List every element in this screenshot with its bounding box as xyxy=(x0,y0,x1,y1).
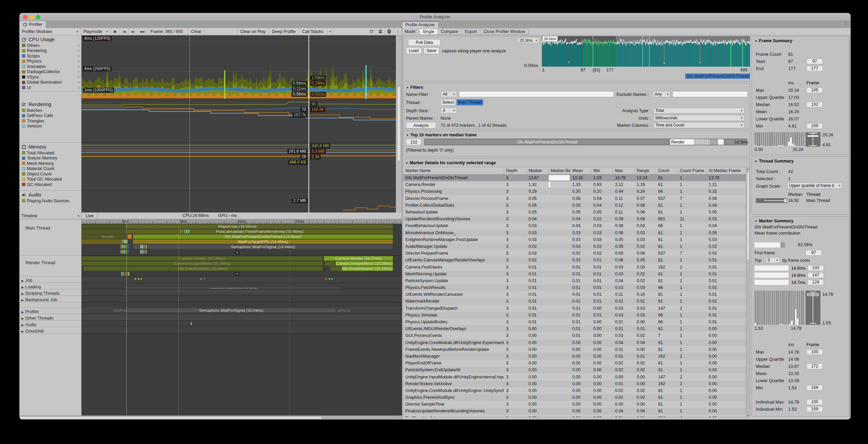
goto-frame-button[interactable]: 132 xyxy=(807,102,823,107)
legend-item[interactable]: Playing Audio Sources xyxy=(19,198,81,204)
legend-item[interactable]: Animation= xyxy=(19,64,81,69)
thread-background-job[interactable]: ▶Background Job xyxy=(21,297,57,302)
table-row[interactable]: UpdateRendererBoundingVolumes 3 0.04 0.0… xyxy=(403,216,746,222)
drag-handle-icon[interactable]: = xyxy=(78,44,80,48)
flame-camera-render[interactable]: Camera.Render (16.27ms) xyxy=(324,256,393,261)
pull-data-button[interactable]: Pull Data xyxy=(408,39,441,46)
scrollbar-thumb[interactable] xyxy=(747,172,749,260)
frame-histogram[interactable] xyxy=(755,132,805,146)
legend-item[interactable]: Batches xyxy=(19,108,81,113)
goto-frame-button[interactable]: 159 xyxy=(807,406,823,412)
legend-item[interactable]: Total Allocated xyxy=(19,150,81,156)
range-max-dropdown[interactable]: 20.3ms▾ xyxy=(517,37,539,43)
scrollbar-thumb[interactable] xyxy=(397,86,401,161)
table-row[interactable]: Camera.FindStacks 3 0.01 0.01 0.01 0.03 … xyxy=(403,263,746,270)
analyze-button[interactable]: Analyze xyxy=(406,122,436,129)
table-row[interactable]: UnityEngine.InputModule.dll!UnityEngineI… xyxy=(403,373,746,380)
flame-gfx-waitforpresent[interactable]: Gfx.WaitForPresentOnGfxThread (14.46ms) xyxy=(133,234,393,239)
tab-profiler[interactable]: Profiler xyxy=(19,21,46,28)
top10-header[interactable]: ▼Top 10 markers on median frame xyxy=(406,133,477,137)
legend-item[interactable]: Object Count xyxy=(19,171,81,177)
legend-item[interactable]: Global Illumination= xyxy=(19,80,81,85)
marker-histogram[interactable] xyxy=(755,291,805,325)
table-row[interactable]: ParticleSystem.EndUpdateAll 3 0.00 0.00 … xyxy=(403,366,746,373)
scripting-group-row[interactable] xyxy=(82,289,402,295)
table-row[interactable]: GUI.ProcessEvents 3 0.00 0.01 0.00 0.03 … xyxy=(403,332,746,339)
analysis-type-dropdown[interactable]: Total▾ xyxy=(653,107,744,114)
audio-chart[interactable] xyxy=(82,191,396,212)
table-row[interactable]: TransformChangedDispatch 3 0.01 0.01 0.0… xyxy=(403,305,746,312)
goto-frame-button[interactable]: 100 xyxy=(807,399,823,405)
strip-selected-marker[interactable]: Gfx.WaitForPresentOnGfxThread xyxy=(685,73,750,79)
thread-main[interactable]: Main Thread xyxy=(25,225,50,230)
background-job-group-row[interactable] xyxy=(82,296,402,302)
top10-bar[interactable]: Gfx.WaitForPresentOnGfxThread Render xyxy=(424,139,747,145)
tab-profile-analyzer[interactable]: Profile Analyzer xyxy=(402,21,439,28)
clear-button[interactable]: Clear xyxy=(188,28,205,35)
depth-slice-dropdown[interactable]: 3▾ xyxy=(441,107,457,114)
legend-item[interactable]: Texture Memory xyxy=(19,156,81,161)
marker-summary-header[interactable]: ▼Marker Summary xyxy=(755,219,793,223)
module-audio[interactable]: Audio xyxy=(19,191,81,198)
cpu-usage-chart[interactable] xyxy=(82,35,396,100)
table-row[interactable]: UnityEngine.CoreModule.dll!UnityEngine.E… xyxy=(403,339,746,346)
marker-columns-dropdown[interactable]: Time and Count▾ xyxy=(653,122,744,128)
module-memory[interactable]: Memory xyxy=(19,143,81,150)
name-filter-mode-dropdown[interactable]: All▾ xyxy=(441,91,457,97)
record-button[interactable]: ◉ xyxy=(111,28,120,35)
table-row[interactable]: Physics.Processing 3 0.29 0.30 0.20 0.44… xyxy=(403,188,746,195)
thread-profiler[interactable]: ▶Profiler xyxy=(21,309,39,314)
table-row[interactable]: ParticleSystem.Update 3 0.01 0.01 0.01 0… xyxy=(403,277,746,284)
analyzer-scroll-sliver[interactable] xyxy=(849,35,851,420)
profiler-modules-dropdown[interactable]: Profiler Modules▾ xyxy=(19,28,81,35)
legend-item[interactable]: UI= xyxy=(19,85,81,90)
table-row[interactable]: Monobehaviour.OnMouse_ 3 0.03 0.03 0.03 … xyxy=(403,229,746,236)
mode-single-button[interactable]: Single xyxy=(419,29,438,35)
table-row[interactable]: FixedBehaviourUpdate 3 0.03 0.04 0.03 0.… xyxy=(403,222,746,229)
table-row[interactable]: FinalizeUpdateRendererBoundingVolumes 3 … xyxy=(403,408,746,414)
table-row[interactable]: Director.SampleTime 3 0.00 0.00 0.00 0.0… xyxy=(403,401,746,408)
units-dropdown[interactable]: Milliseconds▾ xyxy=(653,115,744,121)
table-row[interactable]: PlayerEndOfFrame 3 0.00 0.00 0.00 0.02 0… xyxy=(403,360,746,366)
table-row[interactable]: UIEvents.CanvasManagerRenderOverlays 3 0… xyxy=(403,257,746,263)
next-frame-button[interactable]: ▶| xyxy=(129,28,138,35)
deep-profile-button[interactable]: Deep Profile xyxy=(269,28,299,35)
first-frame-button[interactable]: 97 xyxy=(805,250,822,256)
rendering-chart[interactable] xyxy=(82,100,396,143)
last-frame-button[interactable]: ▶▶| xyxy=(138,28,148,35)
drag-handle-icon[interactable]: = xyxy=(78,59,80,63)
legend-item[interactable]: GC Allocated xyxy=(19,182,81,187)
legend-item[interactable]: Vertices xyxy=(19,124,81,129)
flame-profiler-semaphore[interactable]: Semaphore.WaitForSignal (15.04ms) xyxy=(127,308,336,313)
table-row[interactable]: Physics.Simulate 3 0.01 0.01 0.01 0.03 0… xyxy=(403,312,746,319)
table-row[interactable]: UnityEngine.CoreModule.dll!UnityEngine::… xyxy=(403,387,746,394)
cost-frame-button[interactable]: 129 xyxy=(808,279,824,285)
other-threads-group-row[interactable] xyxy=(82,314,402,320)
drag-handle-icon[interactable]: = xyxy=(78,49,80,53)
frame-boxplot[interactable] xyxy=(805,132,820,147)
live-toggle[interactable]: Live xyxy=(82,212,98,219)
maximize-window-icon[interactable] xyxy=(36,15,40,19)
module-cpu-usage[interactable]: CPU Usage xyxy=(19,35,81,43)
tab-menu-icon[interactable]: ⋮ xyxy=(844,22,848,27)
load-button[interactable]: Load xyxy=(406,47,422,54)
thread-job[interactable]: ▶Job xyxy=(21,278,32,283)
help-icon[interactable]: ? xyxy=(385,28,394,35)
threshold-flag[interactable]: 16.0ms xyxy=(542,36,558,42)
table-row[interactable]: UIEvents.IMGUIRenderOverlays 3 0.00 0.01… xyxy=(403,325,746,332)
expand-render-thread-icon[interactable]: ▼ xyxy=(234,272,240,276)
table-row[interactable]: Physics.UpdateBodies 3 0.01 0.01 0.00 0.… xyxy=(403,319,746,325)
expand-main-thread-icon[interactable]: ▼ xyxy=(234,251,240,254)
clear-on-play-button[interactable]: Clear on Play xyxy=(237,28,269,35)
drag-handle-icon[interactable]: = xyxy=(78,65,80,69)
goto-frame-button[interactable]: 159 xyxy=(807,123,823,129)
flame-camera-imageeffects-dim[interactable]: Camera.ImageEffects (15.48ms) xyxy=(82,261,323,266)
mode-compare-button[interactable]: Compare xyxy=(438,29,462,35)
top10-frame-button[interactable]: 132 xyxy=(406,139,422,145)
thread-cloudjob[interactable]: ▶CloudJob xyxy=(21,328,44,334)
minimize-window-icon[interactable] xyxy=(30,15,34,19)
table-row[interactable]: Graphics.PresentAndSync 3 0.00 0.00 0.00… xyxy=(403,394,746,401)
goto-frame-button[interactable]: 159 xyxy=(807,385,823,391)
drag-handle-icon[interactable]: = xyxy=(78,86,80,90)
save-profile-icon[interactable] xyxy=(376,28,385,35)
